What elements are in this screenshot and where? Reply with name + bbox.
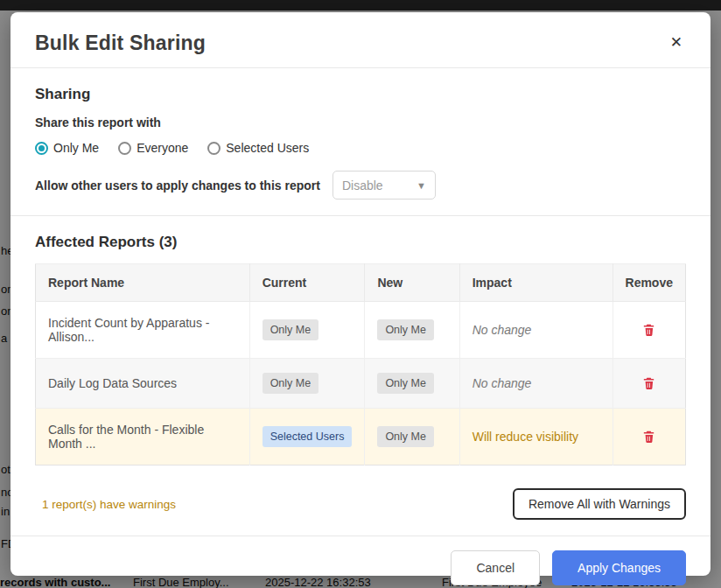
table-row: Incident Count by Apparatus -Allison... …	[36, 302, 686, 359]
chevron-down-icon: ▼	[416, 180, 426, 191]
impact-cell: No change	[459, 302, 612, 359]
current-cell: Selected Users	[249, 409, 365, 466]
radio-button-icon	[207, 142, 220, 155]
col-new: New	[365, 264, 459, 302]
affected-reports-table: Report Name Current New Impact Remove In…	[35, 263, 686, 466]
report-name-cell: Daily Log Data Sources	[36, 359, 250, 409]
apply-changes-button[interactable]: Apply Changes	[552, 550, 686, 585]
remove-all-with-warnings-button[interactable]: Remove All with Warnings	[513, 488, 686, 520]
trash-icon[interactable]	[640, 320, 658, 340]
close-icon[interactable]: ✕	[667, 32, 686, 53]
remove-cell	[612, 302, 685, 359]
sharing-badge: Only Me	[377, 426, 434, 447]
allow-changes-label: Allow other users to apply changes to th…	[35, 178, 320, 192]
new-cell: Only Me	[365, 302, 459, 359]
remove-cell	[612, 359, 685, 409]
allow-changes-dropdown[interactable]: Disable ▼	[332, 171, 436, 200]
sharing-section-heading: Sharing	[35, 86, 686, 103]
warnings-row: 1 report(s) have warnings Remove All wit…	[35, 488, 686, 520]
cancel-button[interactable]: Cancel	[451, 550, 540, 585]
warnings-message: 1 report(s) have warnings	[35, 498, 176, 511]
sharing-badge: Only Me	[377, 373, 434, 394]
bulk-edit-sharing-modal: Bulk Edit Sharing ✕ Sharing Share this r…	[10, 12, 710, 576]
radio-everyone[interactable]: Everyone	[118, 141, 188, 155]
radio-button-icon	[35, 142, 48, 155]
trash-icon[interactable]	[640, 427, 658, 446]
trash-icon[interactable]	[640, 374, 658, 393]
radio-only-me[interactable]: Only Me	[35, 141, 99, 155]
share-with-label: Share this report with	[35, 116, 686, 130]
modal-header: Bulk Edit Sharing ✕	[35, 32, 686, 55]
sharing-badge: Only Me	[262, 319, 319, 340]
modal-footer: Cancel Apply Changes	[35, 536, 686, 585]
sharing-badge: Selected Users	[262, 426, 353, 447]
col-current: Current	[249, 264, 365, 302]
affected-reports-heading: Affected Reports (3)	[35, 234, 686, 251]
col-report-name: Report Name	[36, 264, 250, 302]
current-cell: Only Me	[249, 302, 365, 359]
radio-label: Everyone	[136, 141, 188, 155]
col-remove: Remove	[612, 264, 685, 302]
impact-cell: Will reduce visibility	[459, 409, 612, 466]
divider	[10, 215, 710, 216]
modal-title: Bulk Edit Sharing	[35, 32, 206, 55]
radio-label: Only Me	[53, 141, 99, 155]
sharing-badge: Only Me	[377, 319, 434, 340]
remove-cell	[612, 409, 685, 466]
radio-button-icon	[118, 142, 131, 155]
table-row-warning: Calls for the Month - Flexible Month ...…	[36, 409, 686, 466]
new-cell: Only Me	[365, 409, 459, 466]
table-row: Daily Log Data Sources Only Me Only Me N…	[36, 359, 686, 409]
radio-label: Selected Users	[226, 141, 309, 155]
report-name-cell: Incident Count by Apparatus -Allison...	[36, 302, 250, 359]
table-header-row: Report Name Current New Impact Remove	[36, 264, 686, 302]
divider	[10, 67, 710, 68]
report-name-cell: Calls for the Month - Flexible Month ...	[36, 409, 250, 466]
radio-selected-users[interactable]: Selected Users	[207, 141, 309, 155]
impact-cell: No change	[459, 359, 612, 409]
current-cell: Only Me	[249, 359, 365, 409]
sharing-badge: Only Me	[262, 373, 319, 394]
share-radio-group: Only Me Everyone Selected Users	[35, 141, 686, 155]
allow-changes-row: Allow other users to apply changes to th…	[35, 171, 686, 200]
new-cell: Only Me	[365, 359, 459, 409]
dropdown-value: Disable	[342, 178, 383, 192]
col-impact: Impact	[459, 264, 612, 302]
